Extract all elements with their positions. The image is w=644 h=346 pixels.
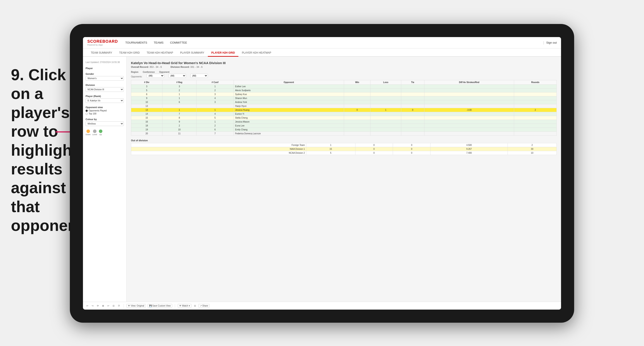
table-row[interactable]: 1474Eunice Yi [131,112,557,116]
table-cell: 10 [162,128,196,132]
filters-selects-row: Opponents: (All) (All) (All) [131,74,557,78]
sign-out-button[interactable]: Sign out [546,41,557,44]
division-select[interactable]: NCAA Division III [86,87,124,92]
save-custom-view-label: Save Custom View [152,305,171,307]
view-original-button[interactable]: 👁 View: Original [126,304,146,308]
gender-select[interactable]: Women's [86,76,124,81]
table-row[interactable]: 1822Euna Lee [131,124,557,128]
table-row[interactable]: 1063Andrea York [131,100,557,104]
share-icon: ↗ [200,305,202,307]
undo-button[interactable]: ↩ [86,304,89,307]
top100-radio[interactable] [86,113,88,115]
table-cell [344,92,370,96]
table-cell: 8 [162,116,196,120]
opponent-played-option[interactable]: Opponents Played [86,109,124,112]
region-select[interactable]: (All) [147,74,164,78]
layout-button[interactable]: ⊡ [112,304,115,307]
annotation-text: 9. Click on a player's row to highlight … [11,65,70,235]
table-cell [401,124,424,128]
table-cell: 13 [131,104,162,108]
table-cell: 1 [370,108,401,112]
table-cell [514,96,557,100]
export-button[interactable]: ⊡ [193,304,197,307]
timer-button[interactable]: ⏱ [117,304,121,307]
table-cell [424,100,514,104]
table-cell [344,96,370,100]
top100-option[interactable]: Top 100 [86,113,124,115]
table-cell [424,116,514,120]
table-cell: 6 [196,128,234,132]
redo-step-button[interactable]: ↪ [91,304,94,307]
table-cell: 5 [131,89,162,92]
table-row[interactable]: 20117Federica Domecq Lacroze [131,132,557,136]
table-cell: 13 [131,108,162,112]
table-cell [370,100,401,104]
nav-committee[interactable]: COMMITTEE [170,40,187,45]
device-frame: SCOREBOARD Powered by clippi TOURNAMENTS… [70,24,574,323]
ood-table-cell: 15 [306,147,355,151]
table-row[interactable]: 13Haejo Hyun [131,104,557,108]
table-cell [344,116,370,120]
table-cell [424,132,514,136]
col-reg: # Reg [162,80,196,85]
opponent-select[interactable]: (All) [190,74,208,78]
logo-subtitle: Powered by clippi [87,44,112,46]
legend-up-dot [99,130,102,133]
table-row[interactable]: 914Sharon Mun [131,96,557,100]
table-cell: Jessica Huang [234,108,344,112]
ood-table-row[interactable]: Foreign Team1004.5002 [131,143,557,147]
table-cell: Stella Cheng [234,116,344,120]
sidebar: Last Updated: 27/03/2024 16:55:38 Player… [83,57,126,302]
opponent-filter-group: Opponent [159,71,170,73]
opponent-played-radio[interactable] [86,110,88,112]
watch-button[interactable]: 👁 Watch ▾ [178,304,192,308]
save-custom-view-button[interactable]: 💾 Save Custom View [148,304,172,308]
table-row[interactable]: 522Alexis Sudjianto [131,89,557,92]
table-cell: 0 [401,108,424,112]
table-row[interactable]: 613Sydney Kuo [131,92,557,96]
tab-player-summary[interactable]: PLAYER SUMMARY [176,49,208,57]
table-cell [370,92,401,96]
conference-select[interactable]: (All) [168,74,186,78]
tab-team-h2h-grid[interactable]: TEAM H2H GRID [116,49,143,57]
ood-table-row[interactable]: NCAA Division 25007.40010 [131,151,557,155]
table-cell [514,132,557,136]
tab-team-h2h-heatmap[interactable]: TEAM H2H HEATMAP [143,49,176,57]
nav-bar: SCOREBOARD Powered by clippi TOURNAMENTS… [83,37,561,48]
opponents-label: Opponents: [131,75,142,78]
table-cell: 1 [196,85,234,89]
table-row[interactable]: 1585Stella Cheng [131,116,557,120]
table-row[interactable]: 331Esther Lee [131,85,557,89]
ood-table-row[interactable]: NAIA Division 115009.26730 [131,147,557,151]
table-row[interactable]: 19106Emily Chang [131,128,557,132]
table-cell: 3 [196,92,234,96]
player-rank-select[interactable]: 8. Katelyn Vo [86,98,124,103]
table-cell: 3 [196,100,234,104]
table-cell: Eunice Yi [234,112,344,116]
tab-player-h2h-grid[interactable]: PLAYER H2H GRID [208,49,238,57]
ood-table-cell: 10 [508,151,556,155]
nav-tournaments[interactable]: TOURNAMENTS [125,40,147,45]
colour-by-select[interactable]: Win/loss [86,121,124,126]
back-button[interactable]: ↩ [106,304,110,307]
sidebar-division-section: Division NCAA Division III [86,84,124,92]
h2h-table: # Div # Reg # Conf Opponent Win Loss Tie… [131,80,557,136]
table-cell: Sydney Kuo [234,92,344,96]
share-button[interactable]: ↗ Share [198,304,210,308]
col-conf: # Conf [196,80,234,85]
table-cell [370,116,401,120]
tab-player-h2h-heatmap[interactable]: PLAYER H2H HEATMAP [238,49,275,57]
out-of-division-section: Out of division Foreign Team1004.5002NAI… [131,139,557,155]
nav-teams[interactable]: TEAMS [154,40,164,45]
tab-team-summary[interactable]: TEAM SUMMARY [87,49,116,57]
redo-button[interactable]: ⟳ [96,304,100,307]
grid-button[interactable]: ⊞ [101,304,105,307]
legend-level: Level [92,130,97,136]
table-cell [401,128,424,132]
table-cell: Andrea York [234,100,344,104]
sub-nav: TEAM SUMMARY TEAM H2H GRID TEAM H2H HEAT… [83,48,561,57]
table-row[interactable]: 1311Jessica Huang010-3.002 [131,108,557,112]
table-cell [424,96,514,100]
table-cell [344,128,370,132]
table-row[interactable]: 1691Jessica Mason [131,120,557,124]
